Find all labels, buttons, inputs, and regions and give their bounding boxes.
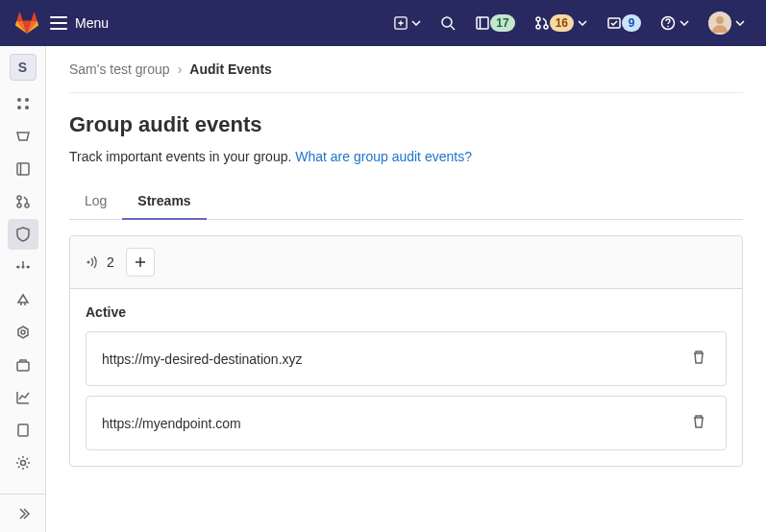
- issues-button[interactable]: 17: [469, 11, 520, 36]
- hamburger-menu-icon[interactable]: [50, 16, 67, 30]
- svg-point-14: [25, 106, 29, 109]
- chevron-down-icon: [680, 20, 689, 26]
- sidebar-item-info[interactable]: [8, 88, 38, 119]
- svg-point-17: [17, 204, 21, 207]
- active-section-label: Active: [86, 304, 727, 320]
- svg-point-8: [667, 26, 669, 28]
- sidebar-item-analytics[interactable]: [8, 382, 38, 413]
- search-button[interactable]: [434, 12, 461, 35]
- svg-rect-23: [17, 362, 29, 371]
- delete-stream-button[interactable]: [687, 410, 710, 436]
- breadcrumb: Sam's test group › Audit Events: [69, 61, 743, 93]
- svg-point-25: [20, 461, 25, 466]
- sidebar-item-wiki[interactable]: [8, 415, 38, 446]
- sidebar-item-settings[interactable]: [8, 447, 38, 478]
- sidebar-item-merge-requests[interactable]: [8, 186, 38, 217]
- sidebar-item-cicd[interactable]: [8, 284, 38, 315]
- help-link[interactable]: What are group audit events?: [295, 149, 472, 164]
- chevron-down-icon: [578, 20, 587, 26]
- user-menu[interactable]: [703, 8, 751, 38]
- add-stream-button[interactable]: [126, 248, 155, 277]
- create-new-button[interactable]: [388, 12, 427, 34]
- sidebar-item-settings-gear[interactable]: [8, 252, 38, 282]
- stream-row: https://myendpoint.com: [86, 396, 727, 450]
- svg-point-10: [716, 16, 724, 24]
- tab-log[interactable]: Log: [69, 183, 122, 220]
- svg-point-16: [17, 196, 21, 200]
- chevron-down-icon: [411, 20, 421, 26]
- menu-label[interactable]: Menu: [75, 15, 109, 31]
- breadcrumb-current: Audit Events: [189, 61, 272, 77]
- todos-badge: 9: [622, 14, 641, 32]
- page-description: Track important events in your group. Wh…: [69, 149, 743, 164]
- group-avatar[interactable]: S: [10, 54, 37, 81]
- sidebar-item-kubernetes[interactable]: [8, 317, 38, 348]
- panel-header: 2: [70, 236, 742, 289]
- stream-url: https://myendpoint.com: [102, 416, 687, 431]
- sidebar-item-security[interactable]: [8, 219, 38, 250]
- gitlab-logo-icon[interactable]: [15, 12, 38, 35]
- svg-point-12: [25, 98, 29, 102]
- page-title: Group audit events: [69, 112, 743, 137]
- svg-point-1: [442, 17, 452, 27]
- sidebar-item-epics[interactable]: [8, 121, 38, 152]
- sidebar-expand-button[interactable]: [0, 494, 46, 532]
- svg-point-3: [536, 17, 540, 21]
- plus-icon: [134, 255, 147, 269]
- top-navigation-bar: Menu 17 16 9: [0, 0, 766, 46]
- merge-requests-button[interactable]: 16: [529, 11, 593, 36]
- sidebar-item-packages[interactable]: [8, 350, 38, 380]
- svg-point-22: [21, 330, 25, 334]
- streams-panel: 2 Active https://my-desired-destination.…: [69, 235, 743, 467]
- stream-row: https://my-desired-destination.xyz: [86, 331, 727, 386]
- stream-url: https://my-desired-destination.xyz: [102, 351, 687, 367]
- svg-rect-15: [17, 163, 29, 175]
- user-avatar: [708, 12, 731, 35]
- stream-count: 2: [86, 254, 114, 270]
- svg-point-5: [544, 25, 548, 29]
- issues-badge: 17: [490, 14, 514, 32]
- chevron-down-icon: [735, 20, 745, 26]
- mr-badge: 16: [550, 14, 574, 32]
- svg-rect-2: [477, 17, 488, 29]
- svg-point-11: [17, 98, 21, 102]
- sidebar-item-issues[interactable]: [8, 154, 38, 184]
- tabs: Log Streams: [69, 183, 743, 220]
- svg-point-26: [87, 261, 90, 264]
- help-button[interactable]: [655, 12, 695, 35]
- breadcrumb-separator: ›: [178, 61, 183, 77]
- svg-point-4: [536, 25, 540, 29]
- main-content: Sam's test group › Audit Events Group au…: [46, 46, 766, 532]
- svg-rect-24: [18, 424, 28, 436]
- svg-point-13: [17, 106, 21, 109]
- todos-button[interactable]: 9: [601, 11, 647, 36]
- trash-icon: [691, 414, 706, 429]
- stream-icon: [86, 255, 101, 269]
- delete-stream-button[interactable]: [687, 346, 710, 372]
- svg-point-18: [25, 204, 29, 207]
- trash-icon: [691, 350, 706, 365]
- tab-streams[interactable]: Streams: [122, 183, 206, 220]
- breadcrumb-parent[interactable]: Sam's test group: [69, 61, 170, 77]
- sidebar: S: [0, 46, 46, 532]
